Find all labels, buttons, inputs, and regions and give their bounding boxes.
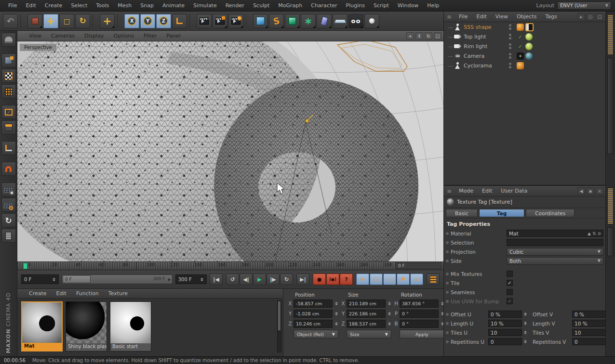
rotate-button[interactable]: ↻ — [75, 14, 90, 28]
enable-axis-button[interactable] — [1, 141, 16, 155]
menu-animate[interactable]: Animate — [158, 2, 189, 9]
coords-field[interactable]: 10.246 cm — [294, 320, 333, 328]
visibility-dots[interactable] — [509, 34, 511, 39]
transport-goto-start-button[interactable]: |◀ — [210, 273, 223, 285]
coords-dropdown[interactable]: Object (Rel)▼ — [294, 330, 338, 338]
add-light-button[interactable] — [364, 14, 379, 28]
value-field[interactable]: 10 — [488, 329, 522, 336]
stepper-icon[interactable] — [387, 321, 391, 327]
menu-snap[interactable]: Snap — [136, 2, 158, 9]
value-field[interactable]: 10 % — [572, 320, 606, 327]
sphere-tag-icon[interactable] — [525, 43, 533, 50]
zoom-view-icon[interactable]: ↕ — [415, 32, 423, 39]
stepper-icon[interactable] — [52, 276, 56, 283]
stepper-icon[interactable] — [334, 311, 338, 317]
object-row[interactable]: —Cyclorama — [444, 61, 605, 70]
add-generator-button[interactable] — [285, 14, 300, 28]
timeline-ruler[interactable]: 0204060801001201401601802002202402602803… — [17, 261, 443, 270]
transport-goto-end-button[interactable]: ▶| — [296, 273, 309, 285]
chevron-right-icon[interactable]: ▶ — [168, 277, 171, 282]
text-input[interactable] — [507, 239, 603, 246]
visibility-dots[interactable] — [509, 24, 511, 30]
check-tag-icon[interactable]: ✓ — [517, 33, 524, 40]
lock-workplane-button[interactable] — [1, 182, 16, 196]
anim-dot-icon[interactable] — [446, 313, 449, 316]
visibility-dots[interactable] — [509, 43, 511, 49]
sphere-tag-icon[interactable] — [525, 33, 533, 40]
texture-tag-icon[interactable] — [517, 24, 524, 31]
end-frame-field[interactable]: 300 F — [175, 274, 207, 284]
viewport-menu-panel[interactable]: Panel — [161, 33, 186, 39]
transport-next-frame-button[interactable]: |▶ — [267, 273, 280, 285]
object-menu-file[interactable]: File — [455, 13, 472, 20]
apply-button[interactable]: Apply — [400, 330, 444, 338]
back-arrow-icon[interactable]: ◀ — [577, 187, 585, 195]
material-swatch[interactable]: Basic start — [110, 301, 151, 351]
pan-view-icon[interactable]: + — [406, 32, 414, 39]
transport-record-position-button[interactable]: + — [356, 273, 369, 285]
menu-edit[interactable]: Edit — [21, 2, 40, 9]
workplane-mode-button[interactable] — [1, 198, 16, 212]
transport-play-backwards-button[interactable]: ↺ — [226, 273, 239, 285]
add-camera-button[interactable]: oo — [348, 14, 363, 28]
live-selection-button[interactable] — [27, 14, 42, 28]
stepper-icon[interactable] — [524, 329, 527, 336]
dropdown-select[interactable]: Both▼ — [507, 257, 603, 265]
material-swatch[interactable]: Shiny black plas — [66, 301, 107, 351]
attr-menu-edit[interactable]: Edit — [478, 188, 496, 194]
anim-dot-icon[interactable] — [446, 232, 449, 235]
stepper-icon[interactable] — [334, 300, 338, 307]
coords-field[interactable]: 210.189 cm — [347, 299, 386, 308]
object-row[interactable]: —Top light✓ — [444, 32, 605, 41]
dropdown-select[interactable]: Cubic▼ — [507, 248, 603, 256]
add-deformer-button[interactable]: * — [301, 14, 316, 28]
value-field[interactable]: 10 — [572, 329, 606, 336]
object-menu-edit[interactable]: Edit — [472, 13, 491, 20]
object-menu-view[interactable]: View — [491, 13, 512, 20]
menu-render[interactable]: Render — [221, 2, 249, 9]
coordinate-system-button[interactable] — [172, 14, 187, 28]
anim-dot-icon[interactable] — [446, 331, 449, 334]
checkbox[interactable]: ✓ — [507, 298, 513, 304]
material-scrollbar[interactable] — [277, 300, 281, 352]
scrollbar-thumb[interactable] — [607, 58, 614, 154]
material-swatch[interactable]: Mat — [21, 301, 63, 351]
viewport-menu-display[interactable]: Display — [80, 33, 109, 39]
lock-y-button[interactable]: Y — [140, 14, 155, 28]
texture-tag-icon[interactable] — [517, 62, 524, 69]
start-frame-field[interactable]: 0 F — [21, 274, 59, 284]
search-icon[interactable]: ○ — [587, 13, 594, 20]
menu-create[interactable]: Create — [40, 2, 67, 9]
anim-dot-icon[interactable] — [446, 291, 449, 294]
menu-tools[interactable]: Tools — [92, 2, 113, 9]
menu-file[interactable]: File — [4, 2, 21, 9]
lock-icon[interactable]: ▪ — [587, 187, 594, 195]
make-editable-button[interactable] — [1, 33, 16, 47]
coords-field[interactable]: 188.537 cm — [347, 320, 386, 328]
menu-sculpt[interactable]: Sculpt — [249, 2, 274, 9]
add-floor-button[interactable] — [333, 14, 348, 28]
attr-menu-user-data[interactable]: User Data — [496, 188, 532, 194]
object-row[interactable]: —SSS shape — [444, 22, 605, 32]
material-menu-function[interactable]: Function — [71, 290, 104, 297]
move-button[interactable]: + — [43, 14, 58, 28]
viewport-menu-view[interactable]: View — [24, 33, 46, 39]
undo-button[interactable]: ↶ — [3, 14, 18, 28]
field-action-icons[interactable]: ▲⇅⊘ — [588, 231, 601, 236]
menu-character[interactable]: Character — [307, 2, 341, 9]
coords-field[interactable]: 226.186 cm — [347, 310, 386, 318]
lock-x-button[interactable]: X — [124, 14, 139, 28]
check-tag-icon[interactable]: ✓ — [517, 43, 524, 50]
filter-icon[interactable]: □ — [596, 13, 603, 20]
layout-dropdown[interactable]: ENVY (User ▼ — [557, 1, 611, 10]
object-row[interactable]: —∞Camera+ — [444, 51, 605, 61]
render-view-button[interactable] — [197, 14, 212, 28]
toggle-view-icon[interactable]: □ — [434, 32, 441, 39]
edge-mode-button[interactable] — [1, 105, 16, 119]
transport-record-scale-button[interactable]: □ — [370, 273, 383, 285]
stepper-icon[interactable] — [387, 300, 391, 307]
coords-dropdown[interactable]: Size▼ — [347, 330, 391, 338]
stepper-icon[interactable] — [387, 311, 391, 317]
add-spline-button[interactable]: S — [269, 14, 284, 28]
menu-mesh[interactable]: Mesh — [113, 2, 136, 9]
